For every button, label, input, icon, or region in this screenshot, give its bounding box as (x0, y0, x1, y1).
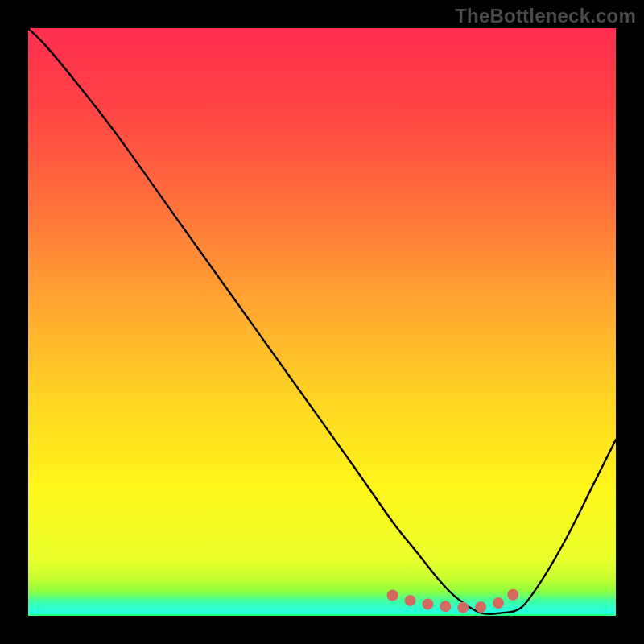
curve-dot (475, 601, 486, 613)
curve-dot (507, 589, 518, 601)
curve-dot (493, 597, 504, 609)
curve-dot (440, 601, 451, 612)
chart-frame: TheBottleneck.com (0, 0, 644, 644)
chart-plot-area (28, 28, 616, 616)
bottleneck-chart (28, 28, 616, 616)
gradient-background (28, 28, 616, 616)
curve-dot (422, 598, 433, 609)
curve-dot (457, 602, 469, 613)
curve-dot (387, 589, 398, 601)
watermark-text: TheBottleneck.com (455, 5, 636, 27)
curve-dot (405, 595, 416, 606)
